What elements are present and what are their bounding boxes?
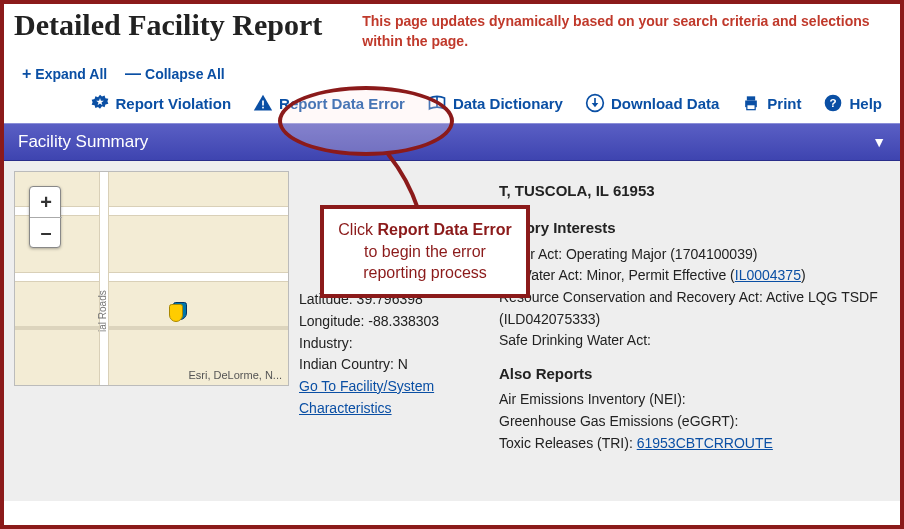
cwa-permit-link[interactable]: IL0004375 — [735, 267, 801, 283]
nei-row: Air Emissions Inventory (NEI): — [499, 389, 890, 411]
industry-label: Industry: — [299, 335, 353, 351]
rcra-row: Resource Conservation and Recovery Act: … — [499, 287, 890, 330]
download-icon — [585, 93, 605, 113]
print-label: Print — [767, 95, 801, 112]
map[interactable]: ial Roads + – Esri, DeLorme, N... — [14, 171, 289, 386]
expand-all-label: Expand All — [35, 66, 107, 82]
collapse-all-button[interactable]: — Collapse All — [125, 65, 225, 83]
tri-link[interactable]: 61953CBTCRROUTE — [637, 435, 773, 451]
download-data-label: Download Data — [611, 95, 719, 112]
print-button[interactable]: Print — [741, 93, 801, 113]
caa-value: Operating Major (1704100039) — [566, 246, 757, 262]
map-road-label: ial Roads — [97, 290, 108, 332]
print-icon — [741, 93, 761, 113]
regulatory-heading: ulatory Interests — [499, 216, 890, 239]
latitude-value: 39.796398 — [357, 291, 423, 307]
help-button[interactable]: ? Help — [823, 93, 882, 113]
facility-details: T, TUSCOLA, IL 61953 ulatory Interests a… — [499, 171, 890, 491]
data-dictionary-label: Data Dictionary — [453, 95, 563, 112]
page-subtitle: This page updates dynamically based on y… — [362, 8, 890, 51]
page-title: Detailed Facility Report — [14, 8, 322, 42]
longitude-label: Longitude: — [299, 313, 364, 329]
download-data-button[interactable]: Download Data — [585, 93, 719, 113]
cwa-prefix: an Water Act: — [499, 267, 586, 283]
book-icon — [427, 93, 447, 113]
zoom-in-button[interactable]: + — [30, 187, 62, 217]
facility-address: T, TUSCOLA, IL 61953 — [499, 179, 890, 202]
svg-rect-2 — [262, 107, 264, 109]
cwa-value: Minor, Permit Effective ( — [586, 267, 734, 283]
ghg-row: Greenhouse Gas Emissions (eGGRT): — [499, 411, 890, 433]
indian-country-value: N — [398, 356, 408, 372]
svg-rect-5 — [747, 97, 755, 101]
svg-rect-6 — [747, 105, 755, 110]
facility-characteristics-link[interactable]: Go To Facility/System Characteristics — [299, 378, 434, 416]
svg-rect-1 — [262, 101, 264, 106]
minus-icon: — — [125, 65, 141, 83]
latitude-label: Latitude: — [299, 291, 353, 307]
caa-row: an Air Act: Operating Major (1704100039) — [499, 244, 890, 266]
chevron-down-icon: ▼ — [872, 134, 886, 150]
report-violation-label: Report Violation — [116, 95, 232, 112]
panel-header[interactable]: Facility Summary ▼ — [4, 123, 900, 161]
svg-text:?: ? — [830, 96, 837, 109]
also-reports-heading: Also Reports — [499, 362, 890, 385]
report-data-error-label: Report Data Error — [279, 95, 405, 112]
tri-row: Toxic Releases (TRI): 61953CBTCRROUTE — [499, 433, 890, 455]
longitude-value: -88.338303 — [368, 313, 439, 329]
badge-icon — [90, 93, 110, 113]
panel-title: Facility Summary — [18, 132, 148, 152]
report-violation-button[interactable]: Report Violation — [90, 93, 232, 113]
caa-prefix: an Air Act: — [499, 246, 566, 262]
warning-icon — [253, 93, 273, 113]
sdwa-row: Safe Drinking Water Act: — [499, 330, 890, 352]
expand-all-button[interactable]: + Expand All — [22, 65, 107, 83]
data-dictionary-button[interactable]: Data Dictionary — [427, 93, 563, 113]
report-data-error-button[interactable]: Report Data Error — [253, 93, 405, 113]
facility-location-info: Latitude: 39.796398 Longitude: -88.33830… — [299, 171, 489, 491]
map-attribution: Esri, DeLorme, N... — [188, 369, 282, 381]
help-icon: ? — [823, 93, 843, 113]
plus-icon: + — [22, 65, 31, 83]
panel-body: ial Roads + – Esri, DeLorme, N... Latitu… — [4, 161, 900, 501]
collapse-all-label: Collapse All — [145, 66, 225, 82]
cwa-suffix: ) — [801, 267, 806, 283]
map-marker[interactable] — [169, 302, 189, 322]
help-label: Help — [849, 95, 882, 112]
zoom-control: + – — [29, 186, 61, 248]
zoom-out-button[interactable]: – — [30, 217, 62, 247]
cwa-row: an Water Act: Minor, Permit Effective (I… — [499, 265, 890, 287]
tri-label: Toxic Releases (TRI): — [499, 435, 637, 451]
indian-country-label: Indian Country: — [299, 356, 394, 372]
